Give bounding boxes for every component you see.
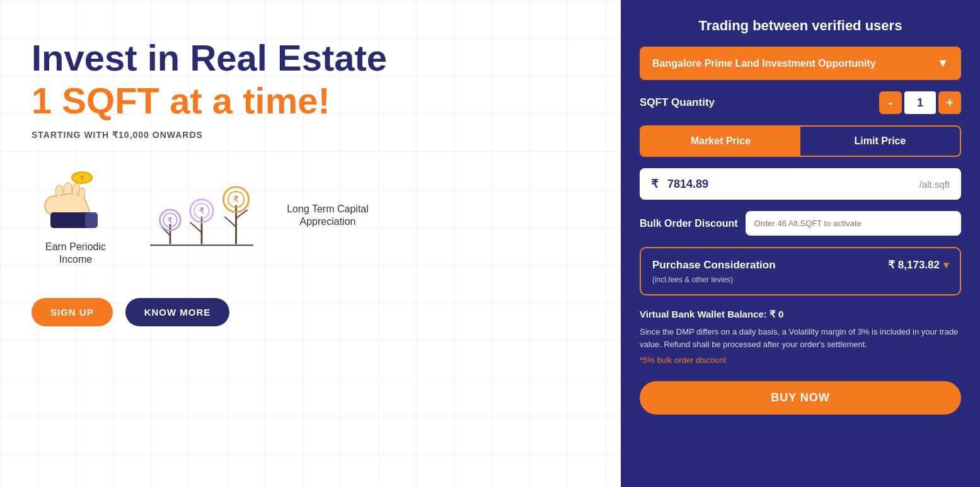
svg-text:₹: ₹: [199, 207, 204, 216]
knowmore-button[interactable]: KNOW MORE: [125, 298, 230, 326]
bulk-row: Bulk Order Discount: [640, 211, 961, 236]
feature-plants: ₹ ₹ ₹: [139, 171, 265, 260]
left-panel: Invest in Real Estate 1 SQFT at a time! …: [0, 0, 621, 487]
price-value: ₹ 7814.89: [651, 177, 708, 191]
chevron-down-icon: ▼: [937, 57, 948, 70]
purchase-title: Purchase Consideration: [652, 259, 776, 272]
bulk-discount-text: *5% bulk order discount: [640, 354, 961, 367]
svg-text:₹: ₹: [80, 175, 84, 182]
feature2-item: Long Term Capital Appreciation: [284, 203, 372, 229]
buy-now-button[interactable]: BUY NOW: [640, 381, 961, 415]
purchase-amount: ₹ 8,173.82 ▾: [888, 258, 948, 272]
purchase-box: Purchase Consideration ₹ 8,173.82 ▾ (inc…: [640, 247, 961, 295]
purchase-top: Purchase Consideration ₹ 8,173.82 ▾: [652, 258, 948, 272]
wallet-section: Virtual Bank Wallet Balance: ₹ 0 Since t…: [640, 307, 961, 367]
limit-price-button[interactable]: Limit Price: [800, 127, 960, 156]
svg-rect-3: [85, 212, 98, 228]
feature-earn: ₹ Earn Periodic Income: [32, 165, 120, 267]
sqft-label: SQFT Quantity: [640, 96, 715, 109]
svg-text:₹: ₹: [233, 195, 239, 204]
feature2-text: Long Term Capital Appreciation: [284, 203, 372, 229]
market-price-button[interactable]: Market Price: [641, 127, 800, 156]
qty-minus-button[interactable]: -: [879, 91, 902, 114]
price-unit: /alt.sqft: [919, 179, 950, 190]
qty-plus-button[interactable]: +: [938, 91, 961, 114]
price-display: ₹ 7814.89 /alt.sqft: [640, 168, 961, 200]
svg-line-10: [190, 222, 202, 232]
plants-icon: ₹ ₹ ₹: [139, 171, 265, 260]
bulk-label: Bulk Order Discount: [640, 218, 738, 229]
purchase-sub: (incl.fees & other levies): [652, 275, 948, 284]
right-panel: Trading between verified users Bangalore…: [621, 0, 980, 487]
purchase-chevron-icon: ▾: [943, 259, 948, 271]
price-number: 7814.89: [667, 178, 708, 190]
subtext: STARTING WITH ₹10,000 ONWARDS: [32, 130, 589, 140]
hands-icon: ₹: [35, 165, 117, 234]
buttons-row: SIGN UP KNOW MORE: [32, 298, 589, 326]
price-toggle: Market Price Limit Price: [640, 125, 961, 157]
purchase-amount-value: ₹ 8,173.82: [888, 258, 940, 272]
wallet-title: Virtual Bank Wallet Balance: ₹ 0: [640, 307, 961, 322]
features-row: ₹ Earn Periodic Income: [32, 165, 589, 267]
panel-title: Trading between verified users: [640, 18, 961, 34]
sqft-row: SQFT Quantity - 1 +: [640, 91, 961, 114]
svg-text:₹: ₹: [168, 216, 173, 225]
dropdown-label: Bangalore Prime Land Investment Opportun…: [652, 58, 876, 69]
qty-controls: - 1 +: [879, 91, 961, 114]
svg-line-15: [224, 217, 236, 227]
headline-1: Invest in Real Estate: [32, 38, 589, 78]
property-dropdown[interactable]: Bangalore Prime Land Investment Opportun…: [640, 47, 961, 80]
signup-button[interactable]: SIGN UP: [32, 298, 113, 326]
wallet-desc: Since the DMP differs on a daily basis, …: [640, 326, 961, 350]
bulk-input[interactable]: [746, 211, 961, 236]
feature1-text: Earn Periodic Income: [32, 241, 120, 267]
price-symbol: ₹: [651, 178, 658, 190]
headline-2: 1 SQFT at a time!: [32, 81, 589, 121]
qty-value: 1: [904, 91, 936, 114]
